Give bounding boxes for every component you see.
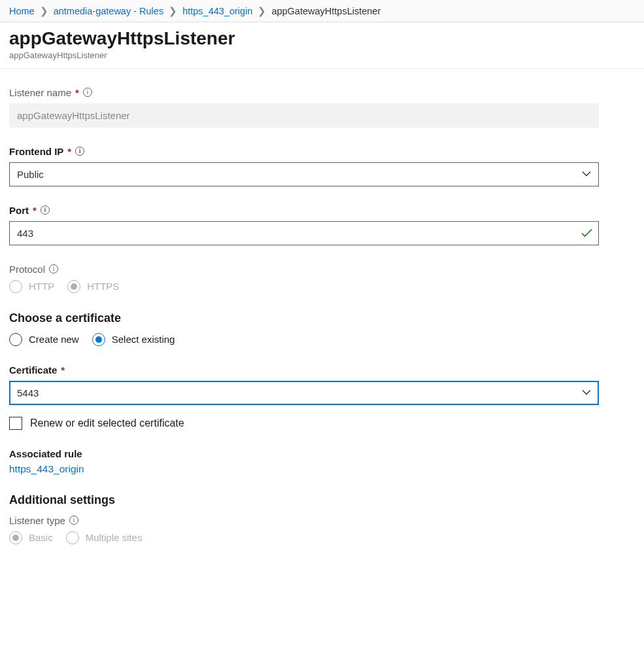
breadcrumb-link-gateway-rules[interactable]: antmedia-gateway - Rules [54,6,163,16]
renew-cert-checkbox[interactable] [9,417,22,430]
field-choose-cert: Choose a certificate Create new Select e… [9,311,599,346]
label-listener-name: Listener name * i [9,87,599,98]
renew-cert-label: Renew or edit selected certificate [30,417,184,429]
field-listener-type: Listener type i Basic Multiple sites [9,515,599,544]
cert-select-existing-radio[interactable]: Select existing [92,333,175,346]
page-title: appGatewayHttpsListener [9,29,635,49]
breadcrumb-link-rule[interactable]: https_443_origin [182,6,252,16]
frontend-ip-select[interactable] [9,162,599,186]
label-frontend-ip: Frontend IP * i [9,146,599,157]
port-input[interactable] [9,221,599,245]
breadcrumb-current: appGatewayHttpsListener [271,6,381,16]
required-asterisk: * [67,146,71,157]
info-icon[interactable]: i [41,205,50,215]
label-certificate: Certificate * [9,364,599,376]
renew-cert-checkbox-row[interactable]: Renew or edit selected certificate [9,417,599,430]
info-icon[interactable]: i [49,264,58,273]
field-listener-name: Listener name * i [9,87,599,128]
breadcrumb: Home ❯ antmedia-gateway - Rules ❯ https_… [0,0,644,22]
label-associated-rule: Associated rule [9,448,599,459]
chevron-right-icon: ❯ [40,6,48,16]
certificate-select[interactable] [9,381,599,405]
page-header: appGatewayHttpsListener appGatewayHttpsL… [0,22,644,69]
cert-create-new-radio[interactable]: Create new [9,333,79,346]
required-asterisk: * [61,364,65,376]
info-icon[interactable]: i [69,516,78,525]
frontend-ip-value[interactable] [9,162,599,186]
field-frontend-ip: Frontend IP * i [9,146,599,186]
info-icon[interactable]: i [83,88,92,97]
protocol-http-radio: HTTP [9,280,54,293]
choose-cert-heading: Choose a certificate [9,311,599,325]
listener-type-basic-radio: Basic [9,531,53,544]
associated-rule-link[interactable]: https_443_origin [9,463,84,474]
required-asterisk: * [33,205,37,216]
field-port: Port * i [9,205,599,245]
breadcrumb-link-home[interactable]: Home [9,6,35,16]
chevron-right-icon: ❯ [169,6,177,16]
label-port: Port * i [9,205,599,216]
certificate-value[interactable] [9,381,599,405]
info-icon[interactable]: i [75,147,84,156]
protocol-https-radio: HTTPS [67,280,119,293]
check-icon [581,229,592,238]
listener-type-multi-radio: Multiple sites [66,531,143,544]
required-asterisk: * [75,87,79,98]
field-protocol: Protocol i HTTP HTTPS [9,264,599,293]
field-certificate: Certificate * Renew or edit selected cer… [9,364,599,430]
label-listener-type: Listener type i [9,515,599,526]
listener-name-input [9,103,599,128]
field-associated-rule: Associated rule https_443_origin [9,448,599,475]
page-subtitle: appGatewayHttpsListener [9,50,635,60]
additional-settings-heading: Additional settings [9,493,599,507]
label-protocol: Protocol i [9,264,599,275]
chevron-right-icon: ❯ [258,6,266,16]
